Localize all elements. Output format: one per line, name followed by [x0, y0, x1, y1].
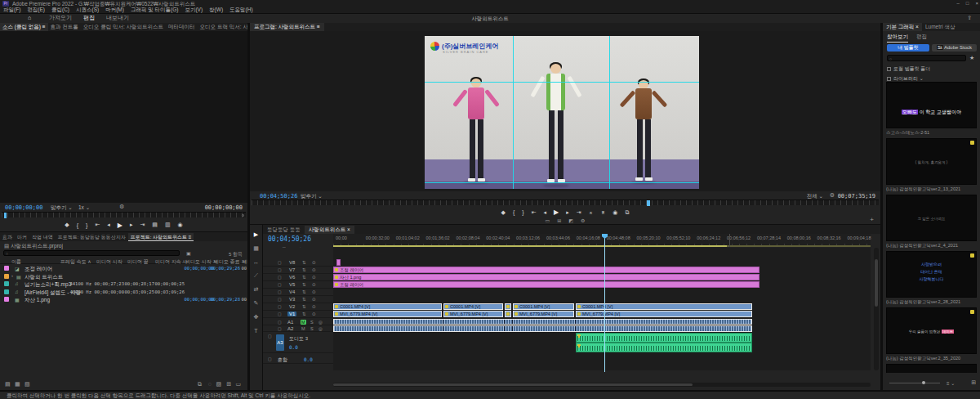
step-forward-icon[interactable]: ▸: [130, 222, 133, 228]
lock-icon[interactable]: ◻: [278, 267, 282, 272]
track-select-tool[interactable]: ▦: [253, 245, 259, 252]
tab-panel[interactable]: 오디오 트랙 믹서: 사랑의트위스트: [198, 23, 247, 31]
clip-audio-waveform[interactable]: [333, 325, 752, 332]
track-header-A2[interactable]: ◻A2MS◎: [263, 325, 333, 332]
voiceover-record-icon[interactable]: ◎: [318, 326, 323, 331]
label-color-swatch[interactable]: [4, 297, 9, 302]
subtab-browse[interactable]: 찾아보기: [887, 34, 908, 43]
track-label[interactable]: A3: [276, 334, 284, 351]
template-thumbnail[interactable]: 그 닮은 소녀여요: [886, 195, 977, 241]
lock-icon[interactable]: ◻: [268, 334, 272, 338]
tab-project-active[interactable]: 프로젝트: 사랑의트위스트 ≡: [128, 233, 194, 241]
razor-tool[interactable]: ⟋: [254, 272, 258, 279]
proxy-icon[interactable]: ◩: [568, 217, 573, 223]
sync-lock-icon[interactable]: ⇅: [302, 289, 306, 294]
track-label[interactable]: V3: [287, 297, 296, 302]
mute-icon[interactable]: M: [301, 320, 306, 325]
lock-icon[interactable]: ◻: [278, 320, 282, 325]
sync-lock-icon[interactable]: ⇅: [302, 304, 306, 309]
program-playhead[interactable]: [647, 200, 650, 206]
track-label[interactable]: V6: [287, 275, 296, 280]
label-color-swatch[interactable]: [4, 289, 9, 294]
selection-tool[interactable]: ▶: [254, 231, 258, 238]
overwrite-icon[interactable]: ▥: [165, 222, 171, 228]
menu-F[interactable]: 파일(F): [3, 7, 20, 14]
solo-icon[interactable]: S: [310, 326, 314, 331]
clip-adjustment[interactable]: 자산 1.png: [333, 274, 760, 280]
freeform-view-icon[interactable]: ▧: [24, 381, 30, 388]
filter-bin-icon[interactable]: ▣: [186, 250, 191, 256]
mark-out-icon[interactable]: }: [86, 222, 87, 228]
sync-lock-icon[interactable]: ⇅: [302, 297, 306, 302]
guide-horizontal-2[interactable]: [425, 182, 699, 183]
tab-lumetri-color[interactable]: Lumetri 색상: [922, 23, 958, 31]
tab-source[interactable]: 소스 (클립 없음) ≡: [0, 23, 48, 31]
clip-video[interactable]: MVI_6779.MP4 [V]: [576, 311, 752, 317]
program-timecode[interactable]: 00;04;50;26: [260, 193, 297, 200]
slip-tool[interactable]: ⇄: [254, 286, 259, 293]
table-row[interactable]: ›▤사랑의 트위스트: [0, 273, 247, 280]
clip-video[interactable]: C0001.MP4 [V]: [513, 303, 574, 310]
clip-video[interactable]: [505, 303, 511, 310]
project-breadcrumb[interactable]: ▤ 사랑의트위스트.prproj: [4, 243, 63, 250]
toggle-track-output-icon[interactable]: ⊙: [312, 312, 316, 316]
program-monitor-viewer[interactable]: (주)실버브레인케어 SILVER BRAIN CARE: [250, 31, 880, 191]
tab-sequence[interactable]: 둥당둥당 둥둥: [263, 226, 305, 234]
new-bin-icon[interactable]: ▨: [216, 381, 221, 388]
source-scale-dropdown[interactable]: 1x ⌄: [78, 204, 90, 211]
track-label[interactable]: A2: [287, 326, 293, 331]
lock-icon[interactable]: ◻: [278, 312, 282, 316]
program-add-button[interactable]: +: [870, 216, 874, 223]
label-color-swatch[interactable]: [4, 266, 9, 271]
solo-icon[interactable]: S: [310, 320, 314, 325]
checkbox[interactable]: [887, 67, 891, 71]
clip-adjustment[interactable]: [336, 259, 341, 266]
source-settings-icon[interactable]: ⚙: [119, 204, 124, 210]
track-header-A1[interactable]: ◻A1MS◎: [263, 319, 333, 325]
export-frame-icon[interactable]: ◉: [612, 209, 617, 216]
sync-lock-icon[interactable]: ⇅: [302, 282, 306, 287]
tab-panel[interactable]: 메타데이터: [166, 23, 198, 31]
type-tool[interactable]: T: [254, 328, 257, 334]
lock-icon[interactable]: ◻: [268, 356, 272, 361]
export-frame-icon[interactable]: ◉: [178, 222, 183, 228]
list-view-icon[interactable]: ▤: [5, 381, 11, 388]
timeline-timecode[interactable]: 00;04;50;26: [268, 235, 311, 243]
clip-audio-waveform[interactable]: [333, 319, 752, 325]
adobe-stock-button[interactable]: St Adobe Stock: [932, 44, 977, 52]
track-label[interactable]: V2: [287, 304, 296, 309]
lock-icon[interactable]: ◻: [278, 282, 282, 287]
table-row[interactable]: ♫넘기는소리+휙.mp344100 Hz00;00;27;2300;00;28;…: [0, 280, 247, 288]
lock-icon[interactable]: ◻: [278, 275, 282, 280]
lift-icon[interactable]: ⌅: [589, 209, 594, 216]
table-row[interactable]: ◪조정 레이어00;00;00;0000;00;29;2600: [0, 265, 247, 272]
track-header-V5[interactable]: ◻V5⇅⊙: [263, 281, 333, 289]
tab-project[interactable]: 마커: [15, 233, 29, 241]
toggle-track-output-icon[interactable]: ⊙: [312, 289, 316, 294]
my-templates-button[interactable]: 내 템플릿: [887, 44, 929, 52]
tab-project[interactable]: 효과: [0, 233, 15, 241]
toggle-track-output-icon[interactable]: ⊙: [312, 304, 316, 309]
tab-panel[interactable]: 효과 컨트롤: [48, 23, 81, 31]
track-volume[interactable]: 0.0: [289, 344, 298, 350]
track-header-master[interactable]: ◻혼합0.0: [263, 356, 333, 364]
template-thumbnail[interactable]: 오빠도 이 학교 교생쌤이야: [886, 82, 977, 128]
menu-C[interactable]: 클립(C): [51, 7, 69, 14]
play-icon[interactable]: ▶: [118, 222, 122, 229]
lock-icon[interactable]: ◻: [278, 260, 282, 265]
step-back-icon[interactable]: ◂: [107, 222, 110, 228]
subtab-edit[interactable]: 편집: [916, 34, 927, 43]
quick-export-icon[interactable]: ⇪: [967, 15, 972, 21]
icon-view-icon[interactable]: ▦: [15, 381, 20, 388]
sync-lock-icon[interactable]: ⇅: [302, 260, 306, 265]
timeline-vertical-scrollbar[interactable]: [874, 248, 879, 370]
delete-icon[interactable]: ▭: [235, 381, 241, 388]
track-header-V1[interactable]: ◻V1⇅⊙: [263, 311, 333, 318]
clip-video[interactable]: MVI_6779.MP4 [V]: [333, 311, 442, 317]
add-marker-icon[interactable]: ◆: [501, 209, 506, 216]
close-button[interactable]: ×: [975, 0, 978, 7]
guide-vertical-2[interactable]: [609, 36, 610, 189]
track-label[interactable]: V5: [287, 282, 296, 287]
menu-G[interactable]: 그래픽 및 타이틀(G): [131, 7, 179, 14]
timeline-horizontal-scrollbar[interactable]: [333, 383, 871, 387]
